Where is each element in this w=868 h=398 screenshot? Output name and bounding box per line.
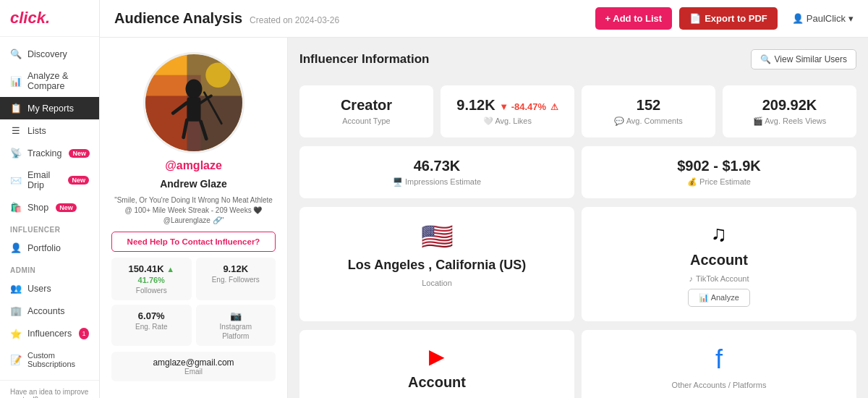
logo-text: click.: [10, 9, 50, 27]
email-drip-icon: ✉️: [10, 175, 22, 186]
sidebar-item-label: My Reports: [27, 103, 74, 114]
video-icon: 🎬: [753, 117, 763, 125]
user-icon: 👤: [792, 13, 804, 24]
username: PaulClick: [807, 13, 846, 24]
page-title: Audience Analysis: [114, 10, 242, 27]
youtube-icon: ▶: [429, 344, 445, 368]
price-value: $902 - $1.9K: [593, 158, 845, 174]
tiktok-account-sub: ♪ TikTok Account: [689, 274, 749, 283]
user-menu[interactable]: 👤 PaulClick ▾: [792, 13, 854, 24]
eng-followers-label: Eng. Followers: [203, 276, 269, 284]
sidebar-item-label: Discovery: [27, 49, 67, 59]
facebook-icon: f: [715, 344, 723, 375]
platform-stat: 📷 Instagram Platform: [196, 305, 276, 346]
svg-rect-6: [187, 97, 200, 122]
add-to-list-button[interactable]: + Add to List: [595, 7, 673, 30]
warning-icon: ⚠: [550, 102, 558, 112]
export-pdf-button[interactable]: 📄 Export to PDF: [679, 7, 778, 30]
influencers-icon: ⭐: [10, 329, 22, 339]
pdf-icon: 📄: [689, 13, 701, 24]
tiktok-analyze-button[interactable]: 📊 Analyze: [688, 289, 750, 307]
sidebar-item-label: Shop: [27, 203, 48, 213]
reports-icon: 📋: [10, 103, 22, 114]
sidebar-item-label: Lists: [27, 126, 46, 136]
sidebar-item-influencers[interactable]: ⭐ Influencers 1: [0, 322, 99, 345]
avg-likes-change: ▼ -84.47%: [499, 101, 546, 112]
influencer-bio: "Smile, Or You're Doing It Wrong No Meat…: [111, 195, 276, 226]
platform-value: Instagram: [203, 323, 269, 331]
sidebar-item-label: Analyze & Compare: [27, 71, 89, 91]
influencers-badge: 1: [79, 328, 89, 339]
improve-label: Have an idea to improve our tool?: [10, 388, 89, 398]
price-icon: 💰: [687, 177, 697, 186]
sidebar: click. 🔍 Discovery 📊 Analyze & Compare 📋…: [0, 0, 100, 398]
eng-followers-stat: 9.12K Eng. Followers: [196, 258, 276, 300]
metric-card-price: $902 - $1.9K 💰 Price Estimate: [582, 146, 856, 198]
view-similar-label: View Similar Users: [775, 54, 847, 64]
email-label: Email: [119, 368, 268, 376]
export-label: Export to PDF: [705, 13, 767, 24]
email-value: amglaze@gmail.com: [119, 357, 268, 368]
avg-comments-value: 152: [593, 97, 704, 114]
eng-rate-stat: 6.07% Eng. Rate: [111, 305, 192, 346]
info-panel: Influencer Information 🔍 View Similar Us…: [288, 38, 868, 398]
sidebar-item-analyze[interactable]: 📊 Analyze & Compare: [0, 65, 99, 97]
portfolio-icon: 👤: [10, 242, 22, 253]
account-type-value: Creator: [311, 97, 422, 114]
sidebar-item-accounts[interactable]: 🏢 Accounts: [0, 300, 99, 322]
topbar: Audience Analysis Created on 2024-03-26 …: [100, 0, 868, 38]
avatar: [143, 52, 244, 153]
fb-label: Other Accounts / Platforms: [672, 381, 767, 389]
platform-label: Platform: [203, 332, 269, 340]
search-icon: 🔍: [760, 54, 771, 64]
sidebar-item-lists[interactable]: ☰ Lists: [0, 119, 99, 142]
account-type-label: Account Type: [311, 117, 422, 125]
influencer-handle[interactable]: @amglaze: [165, 159, 222, 172]
tiktok-icon: ♫: [711, 221, 728, 246]
section-header: Influencer Information 🔍 View Similar Us…: [299, 49, 856, 69]
sidebar-item-email-drip[interactable]: ✉️ Email Drip New: [0, 164, 99, 196]
youtube-account-name: Account: [408, 374, 466, 391]
followers-label: Followers: [119, 287, 184, 295]
avg-comments-label: 💬 Avg. Comments: [593, 117, 704, 126]
sidebar-item-label: Accounts: [27, 306, 64, 316]
logo: click.: [0, 0, 99, 37]
avg-reels-label: 🎬 Avg. Reels Views: [734, 117, 845, 126]
metric-card-avg-likes: 9.12K ▼ -84.47% ⚠ 🤍 Avg. Likes: [441, 85, 574, 137]
section-title: Influencer Information: [299, 52, 429, 67]
sidebar-item-shop[interactable]: 🛍️ Shop New: [0, 196, 99, 219]
avg-likes-value: 9.12K ▼ -84.47% ⚠: [452, 97, 563, 114]
youtube-account-card: ▶ Account ▶ Youtube Account 📊 Analyze: [299, 330, 574, 398]
location-name: Los Angeles , California (US): [348, 258, 526, 273]
sidebar-item-tracking[interactable]: 📡 Tracking New: [0, 142, 99, 164]
location-label: Location: [422, 279, 452, 287]
contact-influencer-button[interactable]: Need Help To Contact Influencer?: [111, 232, 276, 252]
tracking-new-badge: New: [69, 149, 90, 158]
topbar-actions: + Add to List 📄 Export to PDF 👤 PaulClic…: [595, 7, 854, 30]
tiktok-sub-icon: ♪: [689, 274, 693, 283]
price-label: 💰 Price Estimate: [593, 177, 845, 187]
shop-icon: 🛍️: [10, 202, 22, 213]
created-date: Created on 2024-03-26: [250, 15, 339, 25]
location-card: 🇺🇸 Los Angeles , California (US) Locatio…: [299, 207, 574, 321]
analyze-icon: 📊: [699, 293, 709, 302]
view-similar-button[interactable]: 🔍 View Similar Users: [751, 49, 856, 69]
tracking-icon: 📡: [10, 148, 22, 158]
sidebar-item-my-reports[interactable]: 📋 My Reports: [0, 97, 99, 119]
sidebar-item-discovery[interactable]: 🔍 Discovery: [0, 43, 99, 65]
sidebar-item-label: Influencers: [27, 329, 72, 339]
metric-card-impressions: 46.73K 🖥️ Impressions Estimate: [299, 146, 574, 198]
analyze-icon: 📊: [10, 76, 22, 87]
metrics-row2: 46.73K 🖥️ Impressions Estimate $902 - $1…: [299, 146, 856, 198]
eng-rate-value: 6.07%: [119, 310, 184, 321]
svg-point-12: [205, 62, 230, 87]
email-box: amglaze@gmail.com Email: [111, 352, 276, 381]
impressions-label: 🖥️ Impressions Estimate: [311, 177, 563, 187]
metric-card-account-type: Creator Account Type: [299, 85, 433, 137]
avg-reels-value: 209.92K: [734, 97, 845, 114]
sidebar-item-custom-subs[interactable]: 📝 Custom Subscriptions: [0, 345, 99, 374]
main-area: Audience Analysis Created on 2024-03-26 …: [100, 0, 868, 398]
sidebar-item-label: Custom Subscriptions: [27, 351, 89, 368]
sidebar-item-users[interactable]: 👥 Users: [0, 277, 99, 300]
sidebar-item-portfolio[interactable]: 👤 Portfolio: [0, 237, 99, 259]
